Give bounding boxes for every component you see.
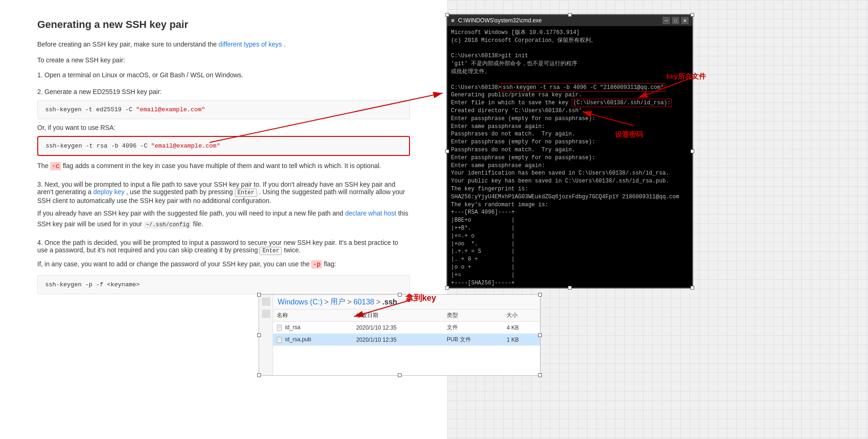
cmd-line-2: (c) 2018 Microsoft Corporation。保留所有权利。: [451, 37, 689, 45]
code-ed25519: ssh-keygen -t ed25519 -C "email@example.…: [37, 100, 410, 119]
fe-table-row[interactable]: id_rsa.pub2020/1/10 12:35PUB 文件1 KB: [273, 334, 540, 346]
fe-main-area: Windows (C:) > 用户 > 60138 > .ssh 名称 修改日期…: [273, 295, 540, 375]
fe-file-date: 2020/1/10 12:35: [352, 322, 443, 334]
cmd-line-7: [451, 76, 689, 84]
fe-path-folder: 60138: [354, 298, 375, 306]
code-keygen-p: ssh-keygen -p -f <keyname>: [37, 275, 410, 294]
page-title: Generating a new SSH key pair: [37, 19, 410, 31]
cmd-window[interactable]: ■ C:\WINDOWS\system32\cmd.exe ─ □ ✕ Micr…: [446, 14, 693, 289]
step-3-para2: If you already have an SSH key pair with…: [37, 208, 410, 230]
cmd-line-4: C:\Users\60138>git init: [451, 52, 689, 60]
cmd-line-27: |+=.+ o |: [451, 232, 689, 240]
fe-file-size: 1 KB: [503, 334, 540, 346]
fe-file-size: 4 KB: [503, 322, 540, 334]
cmd-close-button[interactable]: ✕: [681, 17, 689, 24]
cmd-line-19: Your identification has been saved in C:…: [451, 169, 689, 177]
cmd-buttons: ─ □ ✕: [663, 17, 689, 24]
svg-rect-0: [277, 325, 281, 331]
annotation-get-key: 拿到key: [405, 292, 436, 304]
different-types-link[interactable]: different types of keys: [219, 41, 282, 48]
step-2: 2. Generate a new ED25519 SSH key pair: …: [37, 88, 410, 171]
cmd-line-16: Passphrases do not match. Try again.: [451, 146, 689, 154]
fe-path-user: 用户: [330, 297, 345, 307]
cmd-line-24: +---[RSA 4096]----+: [451, 209, 689, 216]
cmd-line-12: Enter passphrase (empty for no passphras…: [451, 115, 689, 123]
cmd-line-31: |o o + |: [451, 263, 689, 271]
cmd-line-22: SHA256:yYjyU4EMxhP1AG03WEukdZGq6jozxFdbg…: [451, 193, 689, 201]
fe-resize-handle-ml[interactable]: [257, 333, 261, 337]
annotation-password: 设置密码: [615, 130, 643, 139]
fe-file-name: id_rsa: [273, 322, 352, 334]
cmd-line-30: |. + 0 + |: [451, 256, 689, 263]
cmd-line-25: |BBE+o |: [451, 216, 689, 224]
fe-col-type: 类型: [443, 310, 503, 322]
cmd-line-23: The key's randomart image is:: [451, 201, 689, 209]
fe-file-type: PUB 文件: [443, 334, 503, 346]
cmd-maximize-button[interactable]: □: [672, 17, 679, 24]
resize-handle-tc[interactable]: [568, 13, 572, 17]
step-3: 3. Next, you will be prompted to input a…: [37, 181, 410, 230]
file-icon-1: [277, 337, 283, 343]
cmd-line-26: |++B*. |: [451, 224, 689, 232]
fe-sep-3: >: [376, 298, 380, 306]
fe-path-drive: Windows (C:): [278, 298, 322, 306]
cmd-line-32: |+= |: [451, 271, 689, 279]
resize-handle-br[interactable]: [690, 286, 694, 290]
cmd-line-11: Created directory 'C:\Users\60138/.ssh'.: [451, 107, 689, 115]
cmd-line-18: Enter same passphrase again:: [451, 162, 689, 170]
resize-handle-bl[interactable]: [445, 286, 449, 290]
fe-file-type: 文件: [443, 322, 503, 334]
resize-handle-tl[interactable]: [445, 13, 449, 17]
deploy-key-link[interactable]: deploy key: [93, 188, 124, 196]
fe-resize-handle-br[interactable]: [538, 373, 542, 377]
fe-file-date: 2020/1/10 12:35: [352, 334, 443, 346]
fe-resize-handle-tr[interactable]: [538, 293, 542, 297]
fe-file-name: id_rsa.pub: [273, 334, 352, 346]
enter-key-1: Enter: [235, 189, 257, 197]
fe-sidebar-icon-2[interactable]: [262, 310, 270, 318]
step-4-para2: If, in any case, you want to add or chan…: [37, 259, 410, 270]
cmd-line-29: |.+.+ = S |: [451, 248, 689, 256]
fe-path-subfolder: .ssh: [383, 298, 397, 306]
fe-resize-handle-mr[interactable]: [538, 333, 542, 337]
cmd-line-10: Enter file in which to save the key (C:\…: [451, 99, 689, 107]
cmd-line-33: +----[SHA256]-----+: [451, 279, 689, 286]
fe-col-name: 名称: [273, 310, 352, 322]
file-icon-0: [277, 324, 283, 331]
cmd-line-1: Microsoft Windows [版本 10.0.17763.914]: [451, 29, 689, 37]
cmd-icon: ■: [451, 17, 454, 24]
code-rsa: ssh-keygen -t rsa -b 4096 -C "email@exam…: [37, 136, 410, 156]
fe-sidebar-icon-1[interactable]: [262, 297, 270, 306]
resize-handle-mr[interactable]: [690, 149, 694, 153]
declare-host-link[interactable]: declare what host: [345, 209, 396, 217]
intro-paragraph-1: Before creating an SSH key pair, make su…: [37, 39, 410, 49]
fe-resize-handle-tc[interactable]: [398, 293, 402, 297]
cmd-line-28: |+oo *. |: [451, 240, 689, 248]
or-rsa-text: Or, if you want to use RSA:: [37, 124, 410, 131]
cmd-minimize-button[interactable]: ─: [663, 17, 670, 24]
fe-resize-handle-bl[interactable]: [257, 373, 261, 377]
fe-resize-handle-tl[interactable]: [257, 293, 261, 297]
fe-table-row[interactable]: id_rsa2020/1/10 12:35文件4 KB: [273, 322, 540, 334]
intro-paragraph-2: To create a new SSH key pair:: [37, 55, 410, 65]
flag-c: -c: [50, 162, 61, 170]
step-1: 1. Open a terminal on Linux or macOS, or…: [37, 71, 410, 79]
fe-table-header: 名称 修改日期 类型 大小: [273, 310, 540, 322]
annotation-key-file: key所在文件: [666, 72, 706, 81]
cmd-line-20: Your public key has been saved in C:\Use…: [451, 177, 689, 185]
config-path: ~/.ssh/config: [144, 221, 191, 229]
resize-handle-bc[interactable]: [568, 286, 572, 290]
cmd-line-9: Generating public/private rsa key pair.: [451, 91, 689, 99]
flag-note: The -c flag adds a comment in the key in…: [37, 161, 410, 171]
resize-handle-tr[interactable]: [690, 13, 694, 17]
cmd-line-3: [451, 45, 689, 53]
fe-col-size: 大小: [503, 310, 540, 322]
file-explorer[interactable]: Windows (C:) > 用户 > 60138 > .ssh 名称 修改日期…: [259, 294, 540, 376]
resize-handle-ml[interactable]: [445, 149, 449, 153]
cmd-line-15: Enter passphrase (empty for no passphras…: [451, 138, 689, 146]
cmd-line-13: Enter same passphrase again:: [451, 123, 689, 131]
cmd-line-14: Passphrases do not match. Try again.: [451, 130, 689, 138]
fe-file-table: 名称 修改日期 类型 大小 id_rsa2020/1/10 12:35文件4 K…: [273, 310, 540, 346]
fe-resize-handle-bc[interactable]: [398, 373, 402, 377]
fe-col-date: 修改日期: [352, 310, 443, 322]
